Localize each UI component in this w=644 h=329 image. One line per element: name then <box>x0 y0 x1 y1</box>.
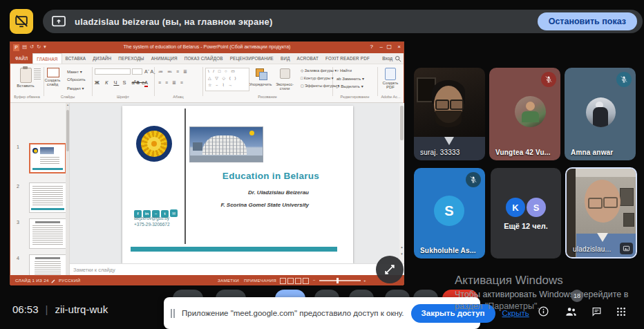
wall-frame <box>623 213 634 227</box>
notes-pane[interactable]: Заметки к слайду <box>70 263 404 275</box>
help-button[interactable]: ? <box>370 44 373 50</box>
tile-vungtea[interactable]: Vungtea 42 Vu... <box>489 68 560 160</box>
tab-acrobat[interactable]: ACROBAT <box>294 53 322 64</box>
presenting-chip[interactable]: uladzislau beizerau (вы, на главном экра… <box>43 10 643 33</box>
font-size-combo[interactable] <box>132 68 142 75</box>
door-frame <box>567 169 576 257</box>
present-screen-icon <box>51 15 66 28</box>
stop-presenting-button[interactable]: Остановить показ <box>538 12 637 30</box>
slide-author: Dr. Uladzislau Beizerau <box>196 189 309 196</box>
create-pdf-button[interactable]: Создать PDF <box>379 81 401 89</box>
overflow-initial-k: K <box>506 198 525 217</box>
grow-shrink-font-buttons[interactable]: Aˉ Aˍ <box>144 69 155 74</box>
reading-view-icon[interactable] <box>295 278 301 284</box>
slide-thumbnail-2[interactable] <box>29 182 66 213</box>
section-button[interactable]: Раздел ▾ <box>67 86 84 91</box>
slide-1[interactable]: Education in Belarus Dr. Uladzislau Beiz… <box>122 106 353 263</box>
chat-button[interactable] <box>591 306 603 320</box>
ppt-titlebar[interactable]: P ▤ ↺ ↻ ▾ The system of education of Bel… <box>10 42 404 53</box>
activities-button[interactable] <box>616 306 627 320</box>
tile-suraj[interactable]: suraj. 33333 <box>414 68 485 160</box>
close-access-button[interactable]: Закрыть доступ <box>411 304 495 323</box>
tab-animations[interactable]: АНИМАЦИЯ <box>148 53 181 64</box>
zoom-in-icon[interactable]: + <box>363 278 366 283</box>
sharing-indicator-button[interactable] <box>10 9 33 34</box>
font-name-combo[interactable] <box>95 68 131 75</box>
shape-effects-button[interactable]: ◻ Эффекты фигуры ▾ <box>301 84 339 88</box>
expand-shared-screen-button[interactable] <box>376 256 404 283</box>
next-slide-icon[interactable]: ▼ <box>399 252 404 256</box>
tab-slideshow[interactable]: ПОКАЗ СЛАЙДОВ <box>181 53 227 64</box>
italic-button[interactable]: К <box>105 79 110 86</box>
tab-home[interactable]: ГЛАВНАЯ <box>32 53 61 64</box>
align-buttons[interactable]: ≡ ≡ ≣ ≡ <box>158 80 184 86</box>
hide-link[interactable]: Скрыть <box>502 309 529 317</box>
slide-thumbnail-panel[interactable]: 1 2 3 4 5 <box>11 103 70 275</box>
slide-thumbnail-4[interactable] <box>29 254 66 275</box>
paste-button[interactable]: Вставить <box>13 84 38 88</box>
tile-amna[interactable]: Amna anwar <box>565 68 636 160</box>
language-indicator[interactable]: РУССКИЙ <box>59 278 80 283</box>
meeting-info: 06:53 | zii-utrq-wuk <box>12 303 108 315</box>
canvas-scrollbar[interactable]: ▲ ▼ <box>399 103 404 263</box>
normal-view-icon[interactable] <box>280 278 286 284</box>
comments-toggle[interactable]: ПРИМЕЧАНИЯ <box>244 278 276 283</box>
overflow-initial-s: S <box>527 198 546 217</box>
slide-canvas[interactable]: Education in Belarus Dr. Uladzislau Beiz… <box>70 103 404 263</box>
reset-button[interactable]: Сбросить <box>67 77 86 82</box>
slide-thumbnail-3[interactable] <box>29 218 66 249</box>
shadow-button[interactable]: S <box>122 79 128 86</box>
tile-sukholuhle[interactable]: S Sukholuhle As... <box>414 168 485 258</box>
layout-button[interactable]: Макет ▾ <box>67 69 82 74</box>
paste-icon[interactable] <box>20 68 32 83</box>
arrange-button[interactable]: Упорядочить <box>248 82 273 86</box>
sorter-view-icon[interactable] <box>287 278 294 284</box>
drag-handle-icon[interactable] <box>171 309 175 318</box>
replace-button[interactable]: ab Заменить ▾ <box>337 76 364 81</box>
zoom-slider-thumb[interactable] <box>337 278 339 283</box>
show-participants-button[interactable] <box>565 306 578 320</box>
shape-outline-button[interactable]: □ Контур фигуры ▾ <box>301 76 334 80</box>
zoom-slider[interactable] <box>319 280 361 281</box>
slideshow-view-icon[interactable] <box>303 278 309 284</box>
quick-styles-icon <box>280 68 290 79</box>
sign-in-link[interactable]: Вход <box>382 56 392 61</box>
tab-view[interactable]: ВИД <box>277 53 294 64</box>
tile-overflow[interactable]: K S Ещё 12 чел. <box>491 168 561 258</box>
tab-insert[interactable]: ВСТАВКА <box>62 53 90 64</box>
minimize-button[interactable]: – <box>380 44 383 50</box>
tab-transitions[interactable]: ПЕРЕХОДЫ <box>115 53 147 64</box>
tab-file[interactable]: ФАЙЛ <box>10 53 32 64</box>
font-color-button[interactable]: А <box>144 79 148 87</box>
meeting-details-button[interactable] <box>538 306 549 320</box>
screen-share-notification[interactable]: Приложение "meet.google.com" предоставил… <box>164 297 480 329</box>
tile-self-view[interactable]: uladzislau... <box>565 167 637 258</box>
glasses-left <box>588 198 603 209</box>
underline-button[interactable]: Ч <box>113 79 119 86</box>
prev-slide-icon[interactable]: ▲ <box>399 245 404 249</box>
selfview-toggle-button[interactable] <box>620 243 633 254</box>
zoom-out-icon[interactable]: − <box>313 278 316 283</box>
shapes-gallery[interactable]: \ / □ ○ ▭ △ ▽ ◇ ( ) ☆ ⌣ ⌇ → <box>205 68 249 91</box>
clipboard-small-icons[interactable] <box>34 68 41 79</box>
pen-icon[interactable] <box>50 278 56 283</box>
find-button[interactable]: ⌕ Найти <box>337 68 352 73</box>
mic-off-icon <box>620 75 628 84</box>
group-slides: Слайды <box>44 95 92 99</box>
notes-toggle[interactable]: ЗАМЕТКИ <box>218 278 239 283</box>
restore-button[interactable]: ▢ <box>386 44 392 50</box>
tab-design[interactable]: ДИЗАЙН <box>89 53 115 64</box>
select-button[interactable]: ▷ Выделить ▾ <box>337 84 363 88</box>
change-case-button[interactable]: Aa <box>133 79 140 84</box>
shape-fill-button[interactable]: ◇ Заливка фигуры ▾ <box>301 68 337 73</box>
tab-review[interactable]: РЕЦЕНЗИРОВАНИЕ <box>227 53 277 64</box>
tab-foxit[interactable]: FOXIT READER PDF <box>322 53 373 64</box>
search-icon[interactable] <box>395 55 401 62</box>
slide-thumbnail-1[interactable] <box>29 143 66 173</box>
group-paragraph: Абзац <box>154 95 202 99</box>
close-button[interactable]: × <box>397 44 401 50</box>
new-slide-button[interactable]: Создать слайд <box>42 78 63 86</box>
bold-button[interactable]: Ж <box>95 79 102 86</box>
list-buttons[interactable]: ≔ ≕ ≡ ≣ <box>158 69 189 75</box>
quick-styles-button[interactable]: Экспресс-стили <box>272 82 298 91</box>
